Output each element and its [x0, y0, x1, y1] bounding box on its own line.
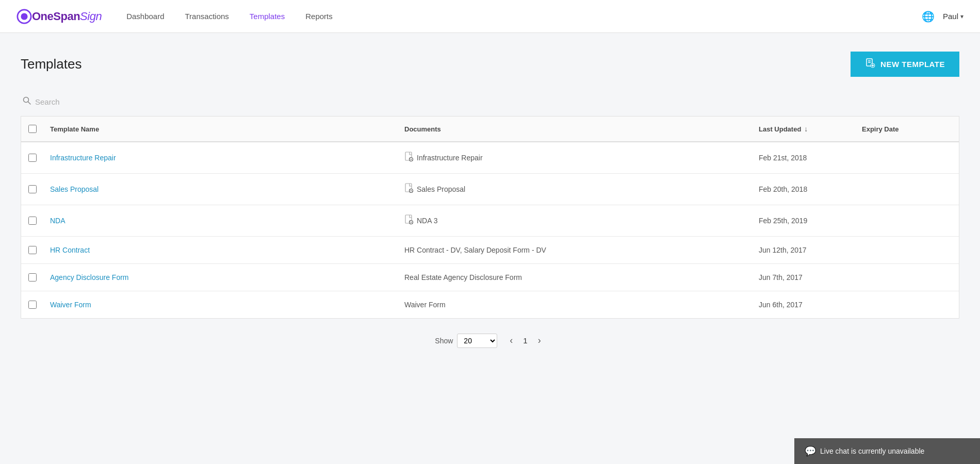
- row-checkbox-cell: [21, 176, 44, 203]
- table-row: Agency Disclosure FormReal Estate Agency…: [21, 264, 959, 291]
- chevron-down-icon: ▾: [960, 13, 963, 20]
- nav-dashboard[interactable]: Dashboard: [126, 10, 164, 23]
- row-document: Infrastructure Repair: [398, 142, 753, 173]
- main-content: Templates NEW TEMPLATE Search: [0, 33, 980, 464]
- row-checkbox-cell: [21, 264, 44, 291]
- row-checkbox-1[interactable]: [28, 154, 37, 162]
- row-document: HR Contract - DV, Salary Deposit Form - …: [398, 237, 753, 263]
- chat-icon: 💬: [805, 445, 816, 457]
- page-title: Templates: [21, 56, 82, 72]
- row-expiry-date: [856, 211, 959, 230]
- live-chat-message: Live chat is currently unavailable: [820, 447, 924, 455]
- document-icon: [404, 183, 414, 195]
- current-page: 1: [523, 336, 527, 345]
- document-name: Sales Proposal: [417, 185, 465, 193]
- row-last-updated: Feb 25th, 2019: [753, 207, 856, 234]
- user-menu[interactable]: Paul ▾: [943, 12, 963, 21]
- row-checkbox-6[interactable]: [28, 301, 37, 309]
- pagination: Show 20 10 50 100 ‹ 1 ›: [21, 319, 959, 362]
- th-documents: Documents: [398, 117, 753, 141]
- row-expiry-date: [856, 241, 959, 259]
- table-row: Sales Proposal Sales ProposalFeb 20th, 2…: [21, 174, 959, 205]
- show-select-container: Show 20 10 50 100: [435, 334, 497, 348]
- search-bar[interactable]: Search: [21, 91, 959, 112]
- templates-table: Template Name Documents Last Updated ↓ E…: [21, 116, 959, 319]
- new-template-label: NEW TEMPLATE: [880, 60, 945, 69]
- table-body: Infrastructure Repair Infrastructure Rep…: [21, 142, 959, 318]
- row-last-updated: Jun 7th, 2017: [753, 264, 856, 291]
- document-name: HR Contract - DV, Salary Deposit Form - …: [404, 246, 546, 254]
- th-expiry-date: Expiry Date: [856, 117, 959, 141]
- sort-arrow-icon: ↓: [804, 125, 808, 133]
- new-template-icon: [865, 58, 875, 71]
- globe-icon[interactable]: 🌐: [922, 10, 935, 23]
- row-document: Real Estate Agency Disclosure Form: [398, 264, 753, 291]
- row-expiry-date: [856, 180, 959, 198]
- prev-page-button[interactable]: ‹: [505, 333, 517, 348]
- row-expiry-date: [856, 295, 959, 314]
- row-last-updated: Jun 6th, 2017: [753, 291, 856, 318]
- row-template-name[interactable]: Agency Disclosure Form: [44, 264, 398, 291]
- row-template-name[interactable]: Waiver Form: [44, 291, 398, 318]
- page-header: Templates NEW TEMPLATE: [21, 52, 959, 77]
- document-icon: [404, 152, 414, 164]
- row-checkbox-5[interactable]: [28, 273, 37, 281]
- row-template-name[interactable]: HR Contract: [44, 237, 398, 263]
- nav-templates[interactable]: Templates: [250, 10, 285, 23]
- user-name: Paul: [943, 12, 958, 21]
- nav-links: Dashboard Transactions Templates Reports: [126, 10, 922, 23]
- row-expiry-date: [856, 268, 959, 287]
- document-icon: [404, 214, 414, 227]
- document-name: Infrastructure Repair: [417, 154, 483, 162]
- nav-reports[interactable]: Reports: [305, 10, 333, 23]
- logo-sign-text: Sign: [80, 10, 102, 23]
- row-checkbox-cell: [21, 237, 44, 263]
- row-checkbox-3[interactable]: [28, 217, 37, 225]
- logo-icon: [17, 9, 32, 24]
- th-template-name: Template Name: [44, 117, 398, 141]
- svg-point-1: [21, 13, 27, 20]
- row-template-name[interactable]: NDA: [44, 207, 398, 234]
- logo-onespan-text: OneSpan: [32, 10, 80, 23]
- document-name: Waiver Form: [404, 301, 446, 309]
- show-select[interactable]: 20 10 50 100: [457, 334, 497, 348]
- nav-transactions[interactable]: Transactions: [185, 10, 229, 23]
- logo[interactable]: OneSpanSign: [17, 9, 102, 24]
- navbar: OneSpanSign Dashboard Transactions Templ…: [0, 0, 980, 33]
- row-document: NDA 3: [398, 205, 753, 236]
- row-document: Waiver Form: [398, 291, 753, 318]
- th-last-updated[interactable]: Last Updated ↓: [753, 117, 856, 141]
- search-icon: [23, 96, 31, 107]
- row-checkbox-2[interactable]: [28, 185, 37, 193]
- live-chat-widget[interactable]: 💬 Live chat is currently unavailable: [794, 438, 980, 464]
- table-header: Template Name Documents Last Updated ↓ E…: [21, 117, 959, 142]
- next-page-button[interactable]: ›: [534, 333, 545, 348]
- svg-line-9: [28, 102, 31, 105]
- search-placeholder: Search: [35, 97, 60, 106]
- select-all-cell: [21, 117, 44, 141]
- row-last-updated: Feb 20th, 2018: [753, 176, 856, 203]
- document-name: Real Estate Agency Disclosure Form: [404, 273, 522, 281]
- row-last-updated: Jun 12th, 2017: [753, 237, 856, 263]
- table-row: Waiver FormWaiver FormJun 6th, 2017: [21, 291, 959, 318]
- row-checkbox-cell: [21, 144, 44, 171]
- table-row: NDA NDA 3Feb 25th, 2019: [21, 205, 959, 237]
- row-template-name[interactable]: Sales Proposal: [44, 176, 398, 203]
- table-row: HR ContractHR Contract - DV, Salary Depo…: [21, 237, 959, 264]
- new-template-button[interactable]: NEW TEMPLATE: [851, 52, 959, 77]
- row-template-name[interactable]: Infrastructure Repair: [44, 144, 398, 171]
- page-nav: ‹ 1 ›: [505, 333, 545, 348]
- show-label: Show: [435, 337, 453, 345]
- nav-right: 🌐 Paul ▾: [922, 10, 963, 23]
- row-document: Sales Proposal: [398, 174, 753, 205]
- row-checkbox-cell: [21, 207, 44, 234]
- row-last-updated: Feb 21st, 2018: [753, 144, 856, 171]
- row-checkbox-4[interactable]: [28, 246, 37, 254]
- table-row: Infrastructure Repair Infrastructure Rep…: [21, 142, 959, 174]
- document-name: NDA 3: [417, 217, 437, 225]
- row-expiry-date: [856, 148, 959, 167]
- select-all-checkbox[interactable]: [28, 125, 37, 133]
- row-checkbox-cell: [21, 291, 44, 318]
